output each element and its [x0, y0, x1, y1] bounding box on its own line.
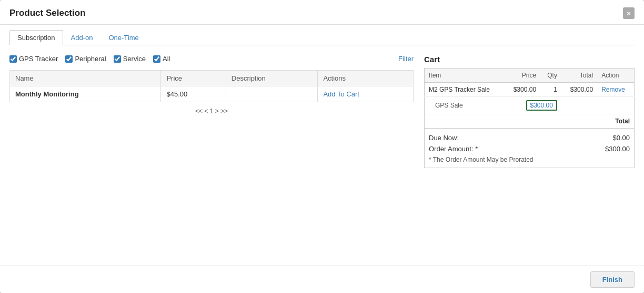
cart-item-1-total: $300.00 — [561, 83, 597, 97]
pagination[interactable]: << < 1 > >> — [9, 108, 414, 115]
filter-gps-tracker[interactable]: GPS Tracker — [9, 55, 58, 63]
cart-row-2: GPS Sale $300.00 — [425, 97, 635, 114]
product-name: Monthly Monitoring — [10, 86, 161, 102]
cart-item-2-total — [561, 97, 597, 114]
filter-peripheral[interactable]: Peripheral — [65, 55, 106, 63]
cart-summary: Due Now: $0.00 Order Amount: * $300.00 *… — [424, 129, 635, 168]
tab-addon[interactable]: Add-on — [63, 30, 101, 45]
finish-button[interactable]: Finish — [590, 271, 635, 288]
cart-col-qty: Qty — [540, 69, 561, 83]
cart-col-price: Price — [505, 69, 540, 83]
product-price: $45.00 — [161, 86, 226, 102]
cart-col-total: Total — [561, 69, 597, 83]
cart-col-item: Item — [425, 69, 505, 83]
product-actions: Add To Cart — [318, 86, 414, 102]
cart-total-label: Total — [425, 114, 635, 129]
cart-title: Cart — [424, 55, 635, 64]
cart-row-1: M2 GPS Tracker Sale $300.00 1 $300.00 Re… — [425, 83, 635, 97]
order-amount-label: Order Amount: * — [429, 145, 478, 153]
modal-container: Product Selection × Subscription Add-on … — [0, 0, 644, 293]
order-amount-row: Order Amount: * $300.00 — [429, 145, 630, 153]
tab-bar: Subscription Add-on One-Time — [9, 25, 635, 45]
filter-service[interactable]: Service — [114, 55, 146, 63]
right-panel: Cart Item Price Qty Total Action M2 — [424, 55, 635, 260]
col-name: Name — [10, 71, 161, 86]
modal-title: Product Selection — [9, 8, 86, 18]
filter-row: GPS Tracker Peripheral Service All Fil — [9, 55, 414, 63]
service-checkbox[interactable] — [114, 55, 121, 63]
filter-link[interactable]: Filter — [398, 55, 414, 63]
due-now-label: Due Now: — [429, 134, 459, 142]
gps-tracker-label: GPS Tracker — [19, 55, 58, 63]
col-description: Description — [226, 71, 318, 86]
left-panel: GPS Tracker Peripheral Service All Fil — [9, 55, 414, 260]
cart-item-1-name: M2 GPS Tracker Sale — [425, 83, 505, 97]
close-button[interactable]: × — [623, 7, 635, 19]
product-table: Name Price Description Actions Monthly M… — [9, 70, 414, 102]
cart-item-2-name: GPS Sale — [425, 97, 505, 114]
cart-item-2-price: $300.00 — [505, 97, 561, 114]
modal-body: Subscription Add-on One-Time GPS Tracker… — [0, 25, 644, 266]
modal-footer: Finish — [0, 266, 644, 293]
add-to-cart-button[interactable]: Add To Cart — [323, 90, 359, 98]
tab-subscription[interactable]: Subscription — [9, 30, 63, 45]
all-checkbox[interactable] — [153, 55, 160, 63]
peripheral-label: Peripheral — [75, 55, 106, 63]
cart-table: Item Price Qty Total Action M2 GPS Track… — [424, 68, 635, 129]
cart-item-1-price: $300.00 — [505, 83, 540, 97]
cart-item-2-action — [597, 97, 634, 114]
order-amount-value: $300.00 — [605, 145, 630, 153]
product-description — [226, 86, 318, 102]
gps-sale-highlighted-price: $300.00 — [526, 100, 557, 111]
cart-col-action: Action — [597, 69, 634, 83]
col-price: Price — [161, 71, 226, 86]
content-area: GPS Tracker Peripheral Service All Fil — [9, 55, 635, 260]
modal-header: Product Selection × — [0, 0, 644, 25]
remove-link-1[interactable]: Remove — [601, 86, 625, 93]
summary-note: * The Order Amount May be Prorated — [429, 156, 630, 163]
cart-item-1-action: Remove — [597, 83, 634, 97]
col-actions: Actions — [318, 71, 414, 86]
tab-onetime[interactable]: One-Time — [100, 30, 146, 45]
cart-total-row: Total — [425, 114, 635, 129]
filter-all[interactable]: All — [153, 55, 170, 63]
due-now-value: $0.00 — [612, 134, 630, 142]
all-label: All — [163, 55, 170, 63]
gps-tracker-checkbox[interactable] — [9, 55, 17, 63]
cart-item-1-qty: 1 — [540, 83, 561, 97]
due-now-row: Due Now: $0.00 — [429, 134, 630, 142]
table-row: Monthly Monitoring $45.00 Add To Cart — [10, 86, 414, 102]
peripheral-checkbox[interactable] — [65, 55, 73, 63]
service-label: Service — [123, 55, 146, 63]
